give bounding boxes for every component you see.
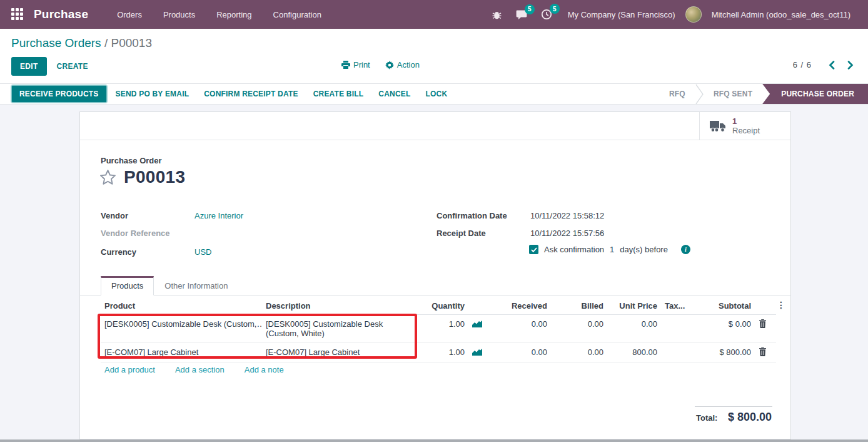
cell-product[interactable]: [E-COM07] Large Cabinet — [101, 343, 262, 363]
odoo-window: Purchase Orders Products Reporting Confi… — [0, 0, 868, 442]
breadcrumb-separator: / — [104, 36, 111, 49]
receipt-smart-button[interactable]: 1 Receipt — [699, 112, 790, 140]
info-icon: i — [681, 245, 690, 254]
truck-icon — [710, 120, 726, 132]
col-unit-price[interactable]: Unit Price — [607, 298, 661, 315]
tab-products[interactable]: Products — [101, 276, 154, 296]
confirmation-date-label: Confirmation Date — [437, 211, 543, 220]
menu-reporting[interactable]: Reporting — [209, 6, 259, 23]
receipt-label: Receipt — [732, 126, 760, 136]
create-button[interactable]: CREATE — [56, 57, 89, 76]
currency-label: Currency — [101, 247, 207, 257]
col-billed[interactable]: Billed — [551, 298, 607, 315]
forecast-chart-icon[interactable] — [472, 347, 482, 356]
cell-unit-price[interactable]: 800.00 — [607, 343, 661, 363]
print-label: Print — [353, 60, 370, 69]
cell-description[interactable]: [DESK0005] Customizable Desk (Custom, Wh… — [262, 315, 418, 343]
form-sheet: 1 Receipt Purchase Order P00013 Vendor A… — [79, 111, 791, 439]
state-rfq[interactable]: RFQ — [659, 84, 695, 104]
cell-received[interactable]: 0.00 — [491, 315, 551, 343]
cell-product[interactable]: [DESK0005] Customizable Desk (Custom,… — [101, 315, 262, 343]
receive-products-button[interactable]: RECEIVE PRODUCTS — [11, 85, 107, 103]
app-name[interactable]: Purchase — [34, 8, 88, 21]
cell-unit-price[interactable]: 0.00 — [607, 315, 661, 343]
pager-next-icon[interactable] — [847, 61, 854, 69]
delete-row-icon[interactable] — [759, 319, 767, 328]
company-switcher[interactable]: My Company (San Francisco) — [560, 10, 683, 19]
total-divider — [695, 406, 772, 407]
cell-tax[interactable] — [661, 315, 690, 343]
ask-confirmation-checkbox[interactable] — [529, 245, 538, 254]
breadcrumb-parent[interactable]: Purchase Orders — [11, 36, 101, 49]
state-rfq-sent[interactable]: RFQ SENT — [704, 84, 762, 104]
optional-columns-icon[interactable]: ⋮ — [777, 300, 785, 310]
print-action-menus: Print Action — [341, 60, 420, 69]
messages-badge: 5 — [525, 4, 535, 14]
lock-button[interactable]: LOCK — [420, 86, 454, 102]
menu-products[interactable]: Products — [156, 6, 203, 23]
messages-icon[interactable]: 5 — [510, 6, 533, 24]
cell-billed[interactable]: 0.00 — [551, 343, 607, 363]
statusbar-buttons: RECEIVE PRODUCTS SEND PO BY EMAIL CONFIR… — [0, 84, 453, 104]
user-avatar[interactable] — [685, 6, 702, 23]
activities-clock-icon[interactable]: 5 — [535, 5, 558, 24]
col-tax[interactable]: Tax... — [661, 298, 690, 315]
send-po-by-email-button[interactable]: SEND PO BY EMAIL — [109, 86, 196, 102]
gear-icon — [385, 61, 394, 69]
cell-description[interactable]: [E-COM07] Large Cabinet — [262, 343, 418, 363]
cell-tax[interactable] — [661, 343, 690, 363]
cancel-button[interactable]: CANCEL — [372, 86, 416, 102]
add-a-product-link[interactable]: Add a product — [104, 365, 155, 374]
status-widget: RFQ RFQ SENT PURCHASE ORDER — [659, 84, 868, 104]
cell-billed[interactable]: 0.00 — [551, 315, 607, 343]
table-row[interactable]: [E-COM07] Large Cabinet [E-COM07] Large … — [101, 343, 776, 363]
pager-previous-icon[interactable] — [828, 61, 835, 69]
breadcrumb: Purchase Orders / P00013 — [11, 36, 152, 50]
receipt-count: 1 — [732, 117, 760, 126]
vendor-value[interactable]: Azure Interior — [194, 211, 243, 220]
total-label: Total: — [696, 413, 717, 423]
col-quantity[interactable]: Quantity — [418, 298, 468, 315]
user-menu[interactable]: Mitchell Admin (odoo_sale_des_oct11) — [704, 10, 858, 19]
menu-configuration[interactable]: Configuration — [266, 6, 329, 23]
favorite-star-icon[interactable] — [99, 169, 116, 185]
create-bill-button[interactable]: CREATE BILL — [307, 86, 370, 102]
ask-confirmation-days[interactable]: 1 — [610, 245, 614, 254]
confirm-receipt-date-button[interactable]: CONFIRM RECEIPT DATE — [198, 86, 304, 102]
cell-subtotal: $ 0.00 — [690, 315, 755, 343]
title-field-label: Purchase Order — [101, 156, 162, 165]
cell-quantity[interactable]: 1.00 — [418, 343, 468, 363]
col-product[interactable]: Product — [101, 298, 262, 315]
main-menus: Orders Products Reporting Configuration — [109, 6, 329, 23]
table-row[interactable]: [DESK0005] Customizable Desk (Custom,… [… — [101, 315, 776, 343]
add-a-note-link[interactable]: Add a note — [245, 365, 284, 374]
edit-button[interactable]: EDIT — [11, 57, 47, 76]
menu-orders[interactable]: Orders — [109, 6, 149, 23]
debug-bug-icon[interactable] — [486, 6, 508, 24]
cell-received[interactable]: 0.00 — [491, 343, 551, 363]
record-pager: 6 / 6 — [793, 60, 854, 69]
navbar-left: Purchase Orders Products Reporting Confi… — [0, 6, 329, 23]
cell-quantity[interactable]: 1.00 — [418, 315, 468, 343]
printer-icon — [341, 61, 350, 69]
print-menu[interactable]: Print — [341, 60, 370, 69]
receipt-date-label: Receipt Date — [437, 229, 543, 238]
currency-value[interactable]: USD — [194, 247, 211, 257]
statusbar: RECEIVE PRODUCTS SEND PO BY EMAIL CONFIR… — [0, 83, 868, 105]
col-received[interactable]: Received — [491, 298, 551, 315]
col-subtotal[interactable]: Subtotal — [690, 298, 755, 315]
state-purchase-order[interactable]: PURCHASE ORDER — [762, 84, 868, 104]
action-menu[interactable]: Action — [385, 60, 420, 69]
order-lines-table: Product Description Quantity Received Bi… — [101, 298, 776, 363]
confirmation-date-value: 10/11/2022 15:58:12 — [530, 211, 604, 220]
apps-menu-icon[interactable] — [11, 8, 24, 21]
action-label: Action — [397, 60, 420, 69]
ask-confirmation-suffix: day(s) before — [620, 245, 668, 254]
po-name: P00013 — [124, 167, 185, 187]
forecast-chart-icon[interactable] — [472, 319, 482, 327]
status-chevron-icon — [695, 84, 704, 104]
delete-row-icon[interactable] — [759, 347, 767, 356]
col-description[interactable]: Description — [262, 298, 418, 315]
tab-other-information[interactable]: Other Information — [154, 276, 238, 295]
add-a-section-link[interactable]: Add a section — [175, 365, 225, 374]
